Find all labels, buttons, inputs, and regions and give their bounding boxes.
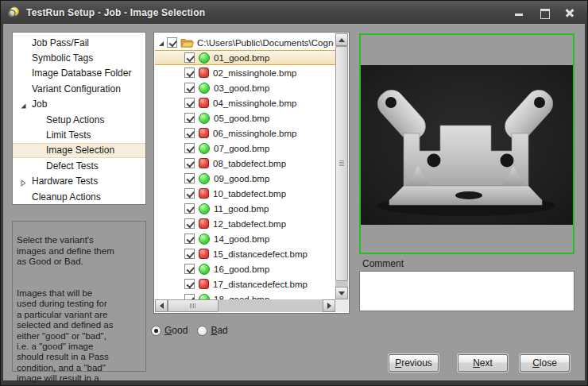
image-filename: 02_missinghole.bmp — [213, 68, 296, 78]
image-row-02_missinghole.bmp[interactable]: 02_missinghole.bmp — [155, 65, 335, 80]
image-checkbox[interactable] — [184, 203, 195, 214]
image-filename: 03_good.bmp — [214, 83, 269, 93]
image-row-05_good.bmp[interactable]: 05_good.bmp — [155, 110, 335, 125]
image-row-11_good.bmp[interactable]: 11_good.bmp — [155, 201, 335, 216]
horizontal-scrollbar-thumb[interactable] — [168, 299, 219, 312]
good-status-icon — [199, 83, 210, 94]
sidebar-item-label: Limit Tests — [46, 129, 91, 141]
scroll-up-icon[interactable] — [335, 33, 348, 46]
bad-radio[interactable] — [197, 326, 207, 336]
image-filename: 10_tabdefect.bmp — [213, 189, 286, 199]
image-row-06_missinghole.bmp[interactable]: 06_missinghole.bmp — [155, 125, 335, 141]
image-filename: 12_tabdefect.bmp — [213, 219, 286, 229]
image-checkbox[interactable] — [184, 128, 195, 138]
good-status-icon — [199, 234, 210, 245]
image-row-14_good.bmp[interactable]: 14_good.bmp — [155, 231, 335, 246]
image-checkbox[interactable] — [184, 279, 195, 289]
sidebar-item-label: Image Database Folder — [32, 68, 131, 79]
sidebar-item-label: Variant Configuration — [32, 83, 121, 95]
image-filename: 16_good.bmp — [214, 264, 269, 274]
image-row-09_good.bmp[interactable]: 09_good.bmp — [155, 171, 335, 186]
comment-input[interactable] — [359, 271, 574, 311]
image-checkbox[interactable] — [184, 113, 195, 123]
bracket-part-photo — [361, 65, 573, 225]
dialog-body: Job Pass/FailSymbolic TagsImage Database… — [3, 24, 585, 380]
image-checkbox[interactable] — [184, 188, 195, 199]
image-checkbox[interactable] — [184, 294, 195, 299]
sidebar-item-label: Hardware Tests — [32, 176, 98, 187]
bad-status-icon — [199, 188, 209, 199]
image-folder-row[interactable]: C:\Users\Public\Documents\Cogne... — [155, 35, 335, 50]
tree-expanded-icon[interactable] — [157, 40, 165, 48]
dialog-window: TestRun Setup - Job - Image Selection Jo… — [0, 0, 588, 386]
image-checkbox[interactable] — [184, 143, 195, 153]
sidebar-item-limit-tests[interactable]: Limit Tests — [13, 127, 145, 142]
image-filename: 07_good.bmp — [214, 144, 269, 153]
scrollbar-corner — [335, 299, 348, 312]
good-radio-group[interactable]: Good — [151, 325, 188, 336]
image-row-15_distancedefect.bmp[interactable]: 15_distancedefect.bmp — [155, 246, 335, 261]
image-row-16_good.bmp[interactable]: 16_good.bmp — [155, 261, 335, 276]
image-checkbox[interactable] — [184, 218, 195, 229]
sidebar-item-symbolic-tags[interactable]: Symbolic Tags — [13, 50, 145, 65]
sidebar-item-image-database-folder[interactable]: Image Database Folder — [13, 66, 145, 81]
scroll-down-icon[interactable] — [335, 287, 348, 299]
close-icon[interactable] — [565, 8, 574, 17]
sidebar-item-label: Setup Actions — [46, 114, 104, 125]
vertical-scrollbar-thumb[interactable] — [335, 46, 348, 281]
sidebar-item-hardware-tests[interactable]: Hardware Tests — [13, 174, 145, 189]
maximize-icon[interactable] — [540, 8, 549, 17]
minimize-icon[interactable] — [514, 8, 524, 17]
image-checkbox[interactable] — [184, 249, 195, 259]
title-bar[interactable]: TestRun Setup - Job - Image Selection — [1, 1, 587, 24]
tree-expanded-icon[interactable] — [20, 101, 27, 108]
help-paragraph-2: Images that will be used during testing … — [17, 288, 141, 386]
close-button[interactable]: Close — [520, 354, 570, 372]
navigation-tree-panel: Job Pass/FailSymbolic TagsImage Database… — [12, 32, 146, 205]
previous-button[interactable]: Previous — [389, 354, 439, 372]
sidebar-item-variant-configuration[interactable]: Variant Configuration — [13, 81, 145, 96]
image-checkbox[interactable] — [184, 83, 195, 93]
good-radio-label: Good — [164, 325, 188, 336]
sidebar-item-label: Cleanup Actions — [32, 191, 101, 203]
image-row-17_distancedefect.bmp[interactable]: 17_distancedefect.bmp — [155, 276, 335, 291]
sidebar-item-job-pass-fail[interactable]: Job Pass/Fail — [13, 35, 145, 50]
scroll-right-icon[interactable] — [323, 299, 335, 312]
sidebar-item-defect-tests[interactable]: Defect Tests — [13, 158, 145, 173]
image-row-01_good.bmp[interactable]: 01_good.bmp — [155, 50, 335, 65]
good-status-icon — [199, 52, 210, 64]
image-checkbox[interactable] — [184, 52, 195, 63]
horizontal-scrollbar[interactable] — [155, 299, 335, 312]
image-row-18_good.bmp[interactable]: 18_good.bmp — [155, 291, 335, 299]
help-description-panel: Select the variant's images and define t… — [12, 221, 146, 372]
image-row-08_tabdefect.bmp[interactable]: 08_tabdefect.bmp — [155, 156, 335, 171]
tree-collapsed-icon[interactable] — [20, 178, 27, 185]
image-checkbox[interactable] — [184, 264, 195, 274]
bad-radio-group[interactable]: Bad — [197, 325, 227, 336]
good-radio[interactable] — [151, 326, 161, 336]
image-row-10_tabdefect.bmp[interactable]: 10_tabdefect.bmp — [155, 186, 335, 201]
good-status-icon — [199, 143, 210, 154]
sidebar-item-image-selection[interactable]: Image Selection — [13, 143, 145, 158]
app-logo-icon — [7, 6, 20, 19]
scroll-left-icon[interactable] — [155, 299, 168, 312]
good-status-icon — [199, 203, 210, 214]
image-filename: 04_missinghole.bmp — [213, 98, 296, 108]
vertical-scrollbar[interactable] — [335, 33, 348, 299]
sidebar-item-cleanup-actions[interactable]: Cleanup Actions — [13, 189, 145, 204]
image-row-03_good.bmp[interactable]: 03_good.bmp — [155, 80, 335, 95]
image-row-07_good.bmp[interactable]: 07_good.bmp — [155, 141, 335, 156]
help-paragraph-1: Select the variant's images and define t… — [17, 235, 141, 267]
image-checkbox[interactable] — [184, 158, 195, 168]
sidebar-item-setup-actions[interactable]: Setup Actions — [13, 112, 145, 127]
image-checkbox[interactable] — [184, 234, 195, 244]
image-checkbox[interactable] — [184, 68, 195, 78]
image-filename: 14_good.bmp — [214, 234, 269, 244]
folder-checkbox[interactable] — [167, 37, 177, 48]
image-checkbox[interactable] — [184, 173, 195, 183]
sidebar-item-job[interactable]: Job — [13, 97, 145, 112]
image-row-04_missinghole.bmp[interactable]: 04_missinghole.bmp — [155, 95, 335, 110]
next-button[interactable]: Next — [458, 354, 508, 372]
image-row-12_tabdefect.bmp[interactable]: 12_tabdefect.bmp — [155, 216, 335, 231]
image-checkbox[interactable] — [184, 98, 195, 108]
